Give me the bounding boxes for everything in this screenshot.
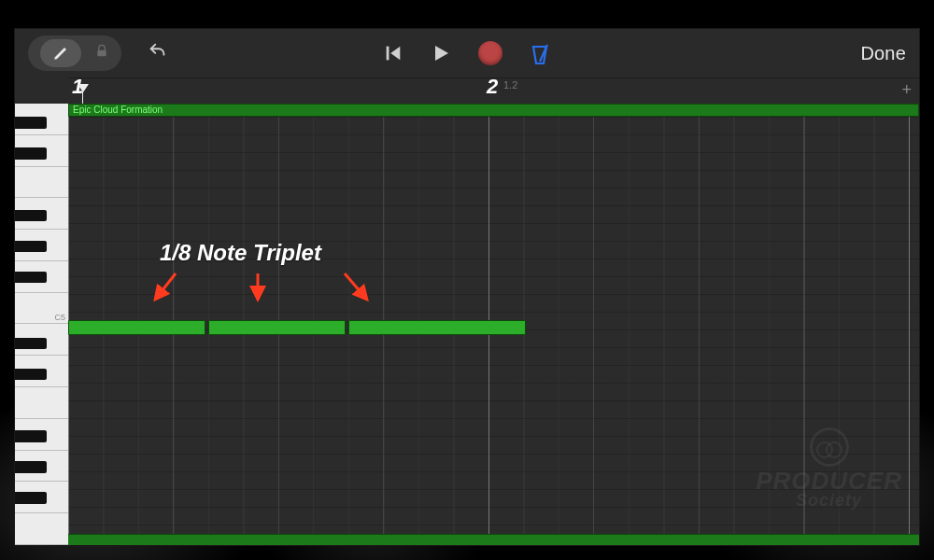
note-grid-area[interactable]: Epic Cloud Formation 1/8 Note Triplet [68,104,919,545]
region-header[interactable]: Epic Cloud Formation [68,104,919,117]
note-grid[interactable] [68,117,919,534]
svg-rect-1 [387,47,389,61]
transport-controls [383,41,551,65]
pencil-icon [52,45,69,62]
play-button[interactable] [430,42,452,64]
skip-back-icon [383,43,403,63]
bar-sub-marker: 1.2 [503,79,517,91]
midi-note[interactable] [68,320,205,335]
undo-button[interactable] [146,41,170,65]
timeline-ruler[interactable]: 1 2 1.2 + [68,77,919,104]
midi-note[interactable] [348,320,526,335]
toolbar: Done [15,29,919,77]
playhead-indicator[interactable] [78,84,89,92]
undo-icon [146,41,170,62]
play-icon [430,42,452,64]
metronome-icon [529,41,551,65]
done-button[interactable]: Done [860,43,906,64]
bar-marker-2: 2 [487,75,498,99]
midi-note[interactable] [208,320,346,335]
record-button[interactable] [478,41,502,65]
go-to-start-button[interactable] [383,43,403,63]
piano-roll-app: Done 1 2 1.2 + C5 [14,28,920,546]
lock-toggle-button[interactable] [94,43,109,63]
playhead-line [82,91,83,105]
region-footer [68,534,919,545]
edit-mode-pill [28,35,121,71]
piano-keyboard[interactable]: C5 [15,104,68,545]
octave-label-c5: C5 [54,313,65,322]
pencil-tool-button[interactable] [40,39,81,67]
metronome-button[interactable] [529,41,551,65]
record-icon [478,41,502,65]
edit-mode-pill-group [28,35,170,71]
piano-roll-editor: C5 Epi [15,104,919,545]
svg-rect-0 [97,50,106,57]
lock-icon [94,43,109,60]
add-bar-button[interactable]: + [901,80,912,100]
